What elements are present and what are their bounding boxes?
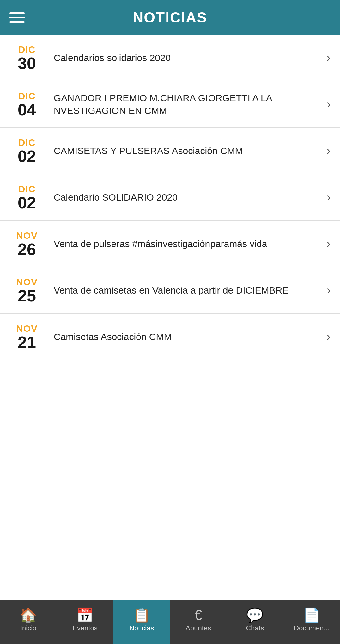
nav-icon-apuntes: € xyxy=(194,608,202,622)
news-day: 25 xyxy=(18,288,36,304)
news-headline: Venta de camisetas en Valencia a partir … xyxy=(54,284,320,297)
news-month: DIC xyxy=(18,91,36,102)
nav-label: Inicio xyxy=(20,624,36,632)
news-month: DIC xyxy=(18,44,36,55)
bottom-navigation: 🏠 Inicio 📅 Eventos 📋 Noticias € Apuntes … xyxy=(0,600,340,644)
news-day: 02 xyxy=(18,148,36,164)
news-date: NOV 21 xyxy=(9,323,44,350)
news-date: DIC 04 xyxy=(9,91,44,118)
chevron-right-icon: › xyxy=(327,51,331,65)
nav-icon-eventos: 📅 xyxy=(76,608,94,622)
news-date: DIC 02 xyxy=(9,184,44,211)
nav-item-noticias[interactable]: 📋 Noticias xyxy=(113,600,170,644)
nav-label: Eventos xyxy=(72,624,98,632)
nav-label: Apuntes xyxy=(185,624,211,632)
news-day: 02 xyxy=(18,195,36,211)
nav-icon-noticias: 📋 xyxy=(133,608,150,622)
nav-item-inicio[interactable]: 🏠 Inicio xyxy=(0,600,57,644)
chevron-right-icon: › xyxy=(327,191,331,204)
hamburger-menu-button[interactable] xyxy=(9,12,25,23)
nav-item-documen[interactable]: 📄 Documen... xyxy=(283,600,340,644)
news-list-item[interactable]: DIC 02 CAMISETAS Y PULSERAS Asociación C… xyxy=(0,128,340,174)
nav-item-chats[interactable]: 💬 Chats xyxy=(227,600,283,644)
nav-item-eventos[interactable]: 📅 Eventos xyxy=(57,600,113,644)
news-month: DIC xyxy=(18,137,36,148)
news-headline: Venta de pulseras #másinvestigaciónparam… xyxy=(54,238,320,251)
chevron-right-icon: › xyxy=(327,144,331,158)
news-month: DIC xyxy=(18,184,36,195)
news-month: NOV xyxy=(16,277,38,288)
news-list-item[interactable]: NOV 21 Camisetas Asociación CMM › xyxy=(0,314,340,360)
chevron-right-icon: › xyxy=(327,237,331,251)
news-list-item[interactable]: NOV 25 Venta de camisetas en Valencia a … xyxy=(0,267,340,314)
nav-label: Noticias xyxy=(129,624,154,632)
news-headline: CAMISETAS Y PULSERAS Asociación CMM xyxy=(54,145,320,158)
chevron-right-icon: › xyxy=(327,98,331,111)
news-list-container: DIC 30 Calendarios solidarios 2020 › DIC… xyxy=(0,35,340,405)
news-headline: Calendarios solidarios 2020 xyxy=(54,52,320,65)
news-day: 21 xyxy=(18,334,36,350)
nav-label: Chats xyxy=(246,624,264,632)
nav-label: Documen... xyxy=(294,624,330,632)
page-title: NOTICIAS xyxy=(25,9,315,26)
chevron-right-icon: › xyxy=(327,330,331,344)
news-list: DIC 30 Calendarios solidarios 2020 › DIC… xyxy=(0,35,340,360)
news-month: NOV xyxy=(16,230,38,241)
news-list-item[interactable]: DIC 04 GANADOR I PREMIO M.CHIARA GIORGET… xyxy=(0,81,340,128)
news-date: DIC 30 xyxy=(9,44,44,71)
news-list-item[interactable]: DIC 02 Calendario SOLIDARIO 2020 › xyxy=(0,174,340,221)
news-headline: Calendario SOLIDARIO 2020 xyxy=(54,191,320,204)
news-date: NOV 25 xyxy=(9,277,44,304)
nav-icon-inicio: 🏠 xyxy=(20,608,37,622)
header: NOTICIAS xyxy=(0,0,340,35)
news-day: 30 xyxy=(18,55,36,71)
news-headline: GANADOR I PREMIO M.CHIARA GIORGETTI A LA… xyxy=(54,92,320,117)
nav-item-apuntes[interactable]: € Apuntes xyxy=(170,600,227,644)
chevron-right-icon: › xyxy=(327,284,331,297)
news-day: 26 xyxy=(18,241,36,257)
news-date: NOV 26 xyxy=(9,230,44,257)
news-month: NOV xyxy=(16,323,38,334)
news-day: 04 xyxy=(18,102,36,118)
news-list-item[interactable]: NOV 26 Venta de pulseras #másinvestigaci… xyxy=(0,221,340,267)
nav-icon-chats: 💬 xyxy=(246,608,264,622)
nav-icon-documen...: 📄 xyxy=(303,608,320,622)
news-headline: Camisetas Asociación CMM xyxy=(54,331,320,344)
news-date: DIC 02 xyxy=(9,137,44,164)
news-list-item[interactable]: DIC 30 Calendarios solidarios 2020 › xyxy=(0,35,340,81)
